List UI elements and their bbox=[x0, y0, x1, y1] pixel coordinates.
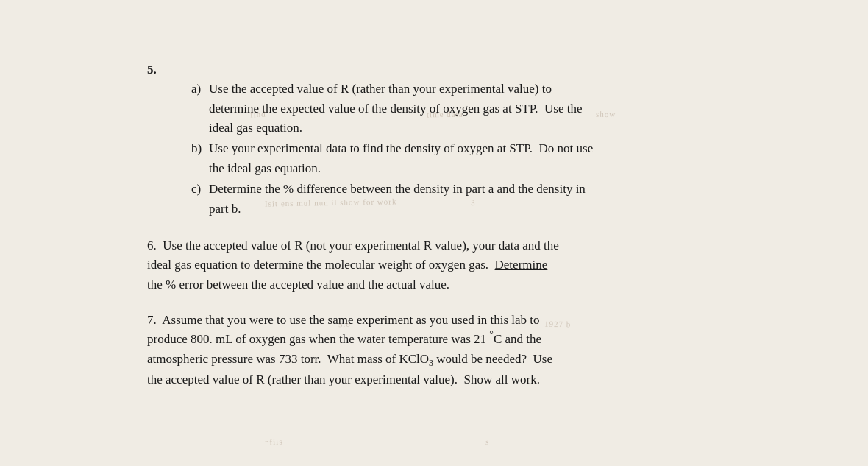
question-5-part-a-label bbox=[168, 60, 171, 80]
question-7: 7. Assume that you were to use the same … bbox=[147, 311, 721, 389]
page-container: find time data show Isit ens mul nun il … bbox=[0, 0, 868, 466]
q7-text: 7. Assume that you were to use the same … bbox=[147, 313, 552, 386]
question-5-part-c: c) Determine the % difference between th… bbox=[147, 180, 721, 219]
watermark-9: s bbox=[485, 436, 490, 448]
q6-paragraph: 6. Use the accepted value of R (not your… bbox=[147, 236, 721, 294]
question-6: 6. Use the accepted value of R (not your… bbox=[147, 236, 721, 294]
q5b-letter: b) bbox=[191, 139, 209, 178]
q7-paragraph: 7. Assume that you were to use the same … bbox=[147, 311, 721, 389]
question-5-part-b: b) Use your experimental data to find th… bbox=[147, 139, 721, 178]
q6-underline-determine: Determine bbox=[495, 258, 548, 272]
q5c-text: Determine the % difference between the d… bbox=[209, 180, 721, 219]
question-5-part-a: a) Use the accepted value of R (rather t… bbox=[147, 80, 721, 138]
content-area: find time data show Isit ens mul nun il … bbox=[118, 38, 750, 428]
watermark-8: nfils bbox=[265, 436, 283, 449]
q5c-letter: c) bbox=[191, 180, 209, 219]
q5b-text: Use your experimental data to find the d… bbox=[209, 139, 721, 178]
question-5: 5. a) Use the accepted value of R (rathe… bbox=[147, 60, 721, 219]
question-5-main: 5. bbox=[147, 60, 721, 80]
question-5-number: 5. bbox=[147, 60, 168, 80]
q6-text: 6. Use the accepted value of R (not your… bbox=[147, 239, 559, 292]
q5a-text: Use the accepted value of R (rather than… bbox=[209, 80, 721, 138]
q5a-letter: a) bbox=[191, 80, 209, 138]
